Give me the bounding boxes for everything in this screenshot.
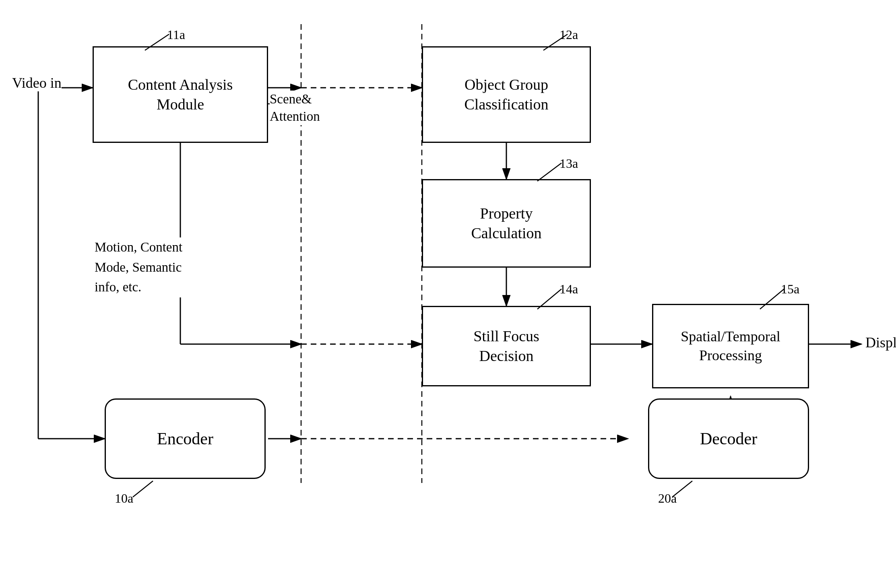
- object-group-box: Object GroupClassification: [422, 46, 591, 143]
- svg-line-25: [133, 481, 153, 497]
- spatial-temporal-label: Spatial/TemporalProcessing: [681, 327, 780, 365]
- display-label: Display: [865, 334, 896, 351]
- motion-content-label: Motion, ContentMode, Semanticinfo, etc.: [95, 237, 239, 297]
- spatial-temporal-box: Spatial/TemporalProcessing: [652, 304, 809, 388]
- ref-13a: 13a: [559, 156, 578, 171]
- encoder-box: Encoder: [105, 398, 266, 479]
- decoder-box: Decoder: [648, 398, 809, 479]
- ref-15a: 15a: [781, 282, 799, 297]
- still-focus-label: Still FocusDecision: [473, 326, 539, 366]
- object-group-label: Object GroupClassification: [465, 75, 549, 115]
- video-in-label: Video in: [12, 74, 62, 91]
- content-analysis-label: Content AnalysisModule: [128, 75, 233, 115]
- decoder-label: Decoder: [700, 428, 757, 450]
- svg-line-22: [537, 163, 562, 181]
- ref-20a: 20a: [658, 491, 677, 506]
- ref-11a: 11a: [167, 27, 185, 42]
- still-focus-box: Still FocusDecision: [422, 306, 591, 386]
- content-analysis-box: Content AnalysisModule: [93, 46, 268, 143]
- ref-12a: 12a: [559, 27, 578, 42]
- ref-10a: 10a: [115, 491, 133, 506]
- property-calc-label: PropertyCalculation: [471, 204, 541, 243]
- scene-attention-label: Scene&Attention: [270, 91, 320, 125]
- property-calc-box: PropertyCalculation: [422, 179, 591, 268]
- ref-14a: 14a: [559, 282, 578, 297]
- encoder-label: Encoder: [157, 428, 213, 450]
